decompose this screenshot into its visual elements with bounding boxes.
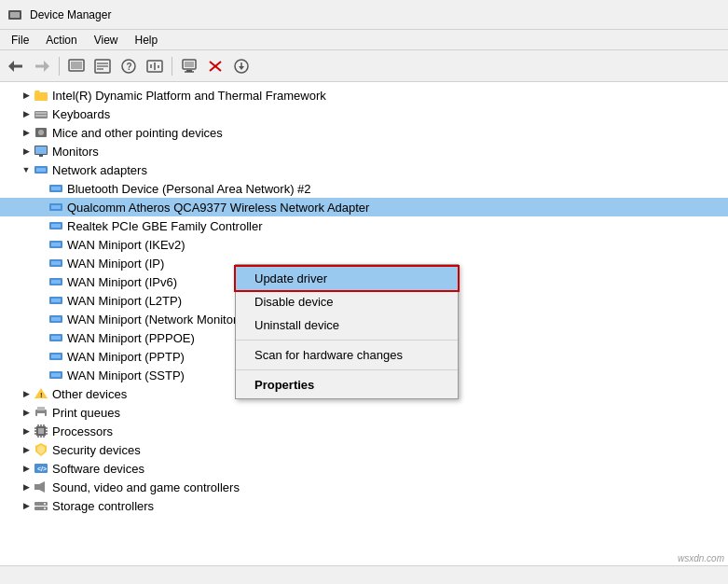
context-menu-uninstall-device[interactable]: Uninstall device [236,313,458,337]
expander-wan-l2tp [34,293,48,308]
icon-wan-netmon [48,312,63,327]
icon-wan-sstp [48,368,63,382]
remove-button[interactable] [203,54,227,78]
context-menu-scan-changes[interactable]: Scan for hardware changes [236,343,458,367]
svg-rect-8 [71,62,82,69]
icon-sound [34,480,48,494]
label-mice: Mice and other pointing devices [52,126,223,140]
context-menu-sep-1 [236,340,458,341]
tree-item-network-adapters[interactable]: ▼Network adapters [0,160,728,179]
expander-wan-sstp [34,368,48,382]
tree-item-storage[interactable]: ▶Storage controllers [0,496,728,515]
expander-keyboards[interactable]: ▶ [19,106,34,121]
tree-item-sound[interactable]: ▶Sound, video and game controllers [0,478,728,496]
window-title: Device Manager [30,8,111,21]
expander-mice[interactable]: ▶ [19,125,34,140]
expander-bluetooth [34,181,48,196]
icon-network-adapters [34,162,48,177]
tree-item-software-devices[interactable]: ▶</>Software devices [0,459,728,478]
status-bar [0,565,728,584]
label-wan-ipv6: WAN Miniport (IPv6) [67,275,177,289]
svg-rect-52 [51,299,61,302]
tree-item-qualcomm[interactable]: Qualcomm Atheros QCA9377 Wireless Networ… [0,198,728,216]
back-button[interactable] [4,54,28,78]
help-button[interactable]: ? [117,54,141,78]
label-wan-netmon: WAN Miniport (Network Monitor) [67,313,241,327]
menu-bar: File Action View Help [0,30,728,50]
context-menu-disable-device[interactable]: Disable device [236,290,458,313]
context-menu-update-driver[interactable]: Update driver [236,267,458,290]
menu-help[interactable]: Help [128,32,166,49]
tree-item-processors[interactable]: ▶Processors [0,422,728,440]
icon-wan-pppoe [48,330,63,345]
icon-processors [34,424,48,438]
label-realtek: Realtek PCIe GBE Family Controller [67,219,263,233]
title-bar-icon [7,7,22,22]
svg-marker-27 [239,66,244,70]
menu-file[interactable]: File [4,32,36,49]
svg-rect-48 [51,261,61,265]
expander-intel[interactable]: ▶ [19,88,34,103]
expander-processors[interactable]: ▶ [19,424,34,438]
label-other-devices: Other devices [52,387,127,401]
label-monitors: Monitors [52,145,99,159]
menu-action[interactable]: Action [38,32,84,49]
menu-view[interactable]: View [87,32,126,49]
main-content: ▶Intel(R) Dynamic Platform and Thermal F… [0,82,728,565]
svg-rect-31 [35,115,47,117]
expander-print-queues[interactable]: ▶ [19,405,34,420]
svg-marker-85 [39,481,45,493]
svg-rect-60 [51,373,61,377]
tree-item-print-queues[interactable]: ▶Print queues [0,403,728,422]
tree-item-wan-ikev2[interactable]: WAN Miniport (IKEv2) [0,235,728,254]
svg-rect-2 [12,18,18,20]
icon-print-queues [34,405,48,420]
tree-item-intel[interactable]: ▶Intel(R) Dynamic Platform and Thermal F… [0,86,728,104]
label-processors: Processors [52,424,113,438]
svg-rect-1 [10,12,20,18]
svg-rect-38 [36,168,46,172]
label-wan-l2tp: WAN Miniport (L2TP) [67,294,182,308]
tree-item-realtek[interactable]: Realtek PCIe GBE Family Controller [0,216,728,235]
tree-item-monitors[interactable]: ▶Monitors [0,142,728,160]
svg-rect-56 [51,336,61,340]
properties-button[interactable] [90,54,115,78]
icon-wan-ip [48,256,63,271]
svg-rect-20 [185,62,194,67]
svg-rect-54 [51,317,61,321]
toolbar: ? [0,50,728,82]
svg-rect-50 [51,280,61,284]
action2-button[interactable] [143,54,167,78]
expander-security-devices[interactable]: ▶ [19,442,34,457]
label-qualcomm: Qualcomm Atheros QCA9377 Wireless Networ… [67,201,369,215]
tree-item-bluetooth[interactable]: Bluetooth Device (Personal Area Network)… [0,179,728,198]
svg-rect-84 [34,484,39,490]
download-button[interactable] [229,54,254,78]
svg-text:!: ! [40,391,43,399]
context-menu-properties[interactable]: Properties [236,373,458,396]
tree-item-keyboards[interactable]: ▶Keyboards [0,104,728,123]
icon-other-devices: ! [34,386,48,401]
expander-software-devices[interactable]: ▶ [19,461,34,476]
forward-button[interactable] [30,54,54,78]
expander-other-devices[interactable]: ▶ [19,386,34,401]
expander-wan-pptp [34,349,48,364]
scan-button[interactable] [177,54,201,78]
console-button[interactable] [64,54,89,78]
expander-storage[interactable]: ▶ [19,498,34,513]
svg-rect-58 [51,355,61,358]
tree-item-security-devices[interactable]: ▶Security devices [0,440,728,459]
expander-wan-netmon [34,312,48,327]
icon-intel [34,88,48,103]
icon-mice [34,125,48,140]
svg-point-89 [44,508,46,509]
expander-network-adapters[interactable]: ▼ [19,162,34,177]
svg-point-33 [38,130,44,135]
expander-sound[interactable]: ▶ [19,480,34,494]
tree-item-mice[interactable]: ▶Mice and other pointing devices [0,123,728,142]
expander-monitors[interactable]: ▶ [19,144,34,159]
context-menu-sep-2 [236,369,458,370]
svg-rect-35 [35,146,47,154]
label-intel: Intel(R) Dynamic Platform and Thermal Fr… [52,89,326,103]
expander-wan-ikev2 [34,237,48,252]
